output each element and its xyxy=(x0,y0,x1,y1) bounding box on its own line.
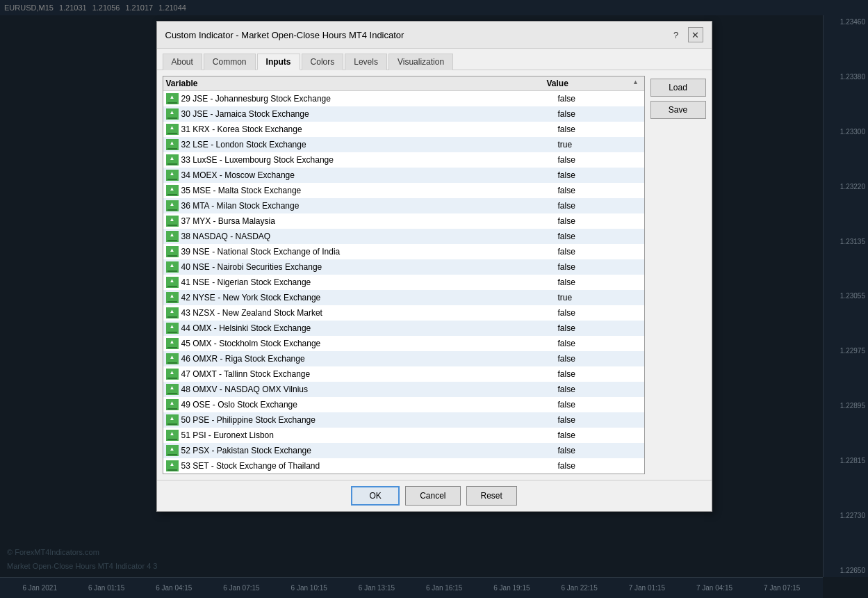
row-variable-name: 48 OMXV - NASDAQ OMX Vilnius xyxy=(181,385,558,394)
table-row[interactable]: 32 LSE - London Stock Exchangetrue xyxy=(163,137,644,152)
row-variable-name: 43 NZSX - New Zealand Stock Market xyxy=(181,308,558,318)
row-variable-name: 32 LSE - London Stock Exchange xyxy=(181,140,558,150)
table-row[interactable]: 52 PSX - Pakistan Stock Exchangefalse xyxy=(163,443,644,458)
row-variable-name: 51 PSI - Euronext Lisbon xyxy=(181,430,558,440)
table-row[interactable]: 44 OMX - Helsinki Stock Exchangefalse xyxy=(163,321,644,336)
row-icon xyxy=(166,246,179,257)
row-icon xyxy=(166,170,179,181)
row-value: false xyxy=(558,94,641,104)
row-variable-name: 34 MOEX - Moscow Exchange xyxy=(181,170,558,180)
ok-button[interactable]: OK xyxy=(351,486,400,506)
row-icon xyxy=(166,139,179,150)
row-variable-name: 31 KRX - Korea Stock Exchange xyxy=(181,124,558,134)
table-row[interactable]: 33 LuxSE - Luxembourg Stock Exchangefals… xyxy=(163,152,644,168)
row-variable-name: 40 NSE - Nairobi Securities Exchange xyxy=(181,262,558,272)
reset-button[interactable]: Reset xyxy=(466,486,517,506)
row-value: false xyxy=(558,354,641,364)
dialog-title: Custom Indicator - Market Open-Close Hou… xyxy=(165,30,404,40)
dialog: Custom Indicator - Market Open-Close Hou… xyxy=(156,21,712,512)
row-variable-name: 44 OMX - Helsinki Stock Exchange xyxy=(181,323,558,333)
tab-levels[interactable]: Levels xyxy=(345,54,387,70)
row-icon xyxy=(166,414,179,426)
row-icon xyxy=(166,323,179,334)
row-variable-name: 37 MYX - Bursa Malaysia xyxy=(181,216,558,226)
help-button[interactable]: ? xyxy=(669,27,684,42)
row-value: false xyxy=(558,461,641,471)
row-value: false xyxy=(558,109,641,119)
row-variable-name: 41 NSE - Nigerian Stock Exchange xyxy=(181,277,558,287)
row-value: false xyxy=(558,170,641,180)
table-row[interactable]: 34 MOEX - Moscow Exchangefalse xyxy=(163,168,644,183)
table-row[interactable]: 53 SET - Stock Exchange of Thailandfalse xyxy=(163,458,644,474)
tab-bar: About Common Inputs Colors Levels Visual… xyxy=(157,49,712,70)
row-icon xyxy=(166,277,179,288)
table-row[interactable]: 51 PSI - Euronext Lisbonfalse xyxy=(163,428,644,443)
row-variable-name: 33 LuxSE - Luxembourg Stock Exchange xyxy=(181,155,558,165)
row-variable-name: 46 OMXR - Riga Stock Exchange xyxy=(181,354,558,364)
cancel-button[interactable]: Cancel xyxy=(405,486,460,506)
modal-overlay: Custom Indicator - Market Open-Close Hou… xyxy=(0,0,868,598)
sort-arrow[interactable]: ▲ xyxy=(630,79,641,88)
row-value: false xyxy=(558,262,641,272)
tab-common[interactable]: Common xyxy=(204,54,256,70)
table-row[interactable]: 30 JSE - Jamaica Stock Exchangefalse xyxy=(163,106,644,122)
row-value: false xyxy=(558,323,641,333)
table-row[interactable]: 49 OSE - Oslo Stock Exchangefalse xyxy=(163,397,644,412)
tab-colors[interactable]: Colors xyxy=(302,54,344,70)
load-button[interactable]: Load xyxy=(650,79,706,97)
row-value: false xyxy=(558,124,641,134)
table-row[interactable]: 37 MYX - Bursa Malaysiafalse xyxy=(163,213,644,229)
save-button[interactable]: Save xyxy=(650,101,706,119)
row-variable-name: 49 OSE - Oslo Stock Exchange xyxy=(181,400,558,410)
inputs-table: Variable Value ▲ 29 JSE - Johannesburg S… xyxy=(163,76,645,474)
table-row[interactable]: 40 NSE - Nairobi Securities Exchangefals… xyxy=(163,259,644,275)
row-icon xyxy=(166,384,179,395)
row-variable-name: 42 NYSE - New York Stock Exchange xyxy=(181,293,558,302)
row-icon xyxy=(166,292,179,303)
row-icon xyxy=(166,307,179,318)
row-icon xyxy=(166,185,179,196)
row-value: false xyxy=(558,339,641,348)
table-row[interactable]: 29 JSE - Johannesburg Stock Exchangefals… xyxy=(163,91,644,106)
row-value: false xyxy=(558,247,641,257)
row-value: false xyxy=(558,201,641,211)
table-row[interactable]: 41 NSE - Nigerian Stock Exchangefalse xyxy=(163,275,644,290)
row-variable-name: 53 SET - Stock Exchange of Thailand xyxy=(181,461,558,471)
row-icon xyxy=(166,124,179,135)
row-value: false xyxy=(558,446,641,455)
row-value: true xyxy=(558,293,641,302)
row-value: false xyxy=(558,216,641,226)
table-row[interactable]: 39 NSE - National Stock Exchange of Indi… xyxy=(163,244,644,259)
tab-about[interactable]: About xyxy=(163,54,202,70)
table-row[interactable]: 35 MSE - Malta Stock Exchangefalse xyxy=(163,183,644,198)
row-icon xyxy=(166,154,179,165)
row-value: false xyxy=(558,369,641,379)
table-row[interactable]: 45 OMX - Stockholm Stock Exchangefalse xyxy=(163,336,644,351)
close-button[interactable]: ✕ xyxy=(688,27,703,42)
table-row[interactable]: 36 MTA - Milan Stock Exchangefalse xyxy=(163,198,644,213)
table-row[interactable]: 38 NASDAQ - NASDAQfalse xyxy=(163,229,644,244)
dialog-titlebar: Custom Indicator - Market Open-Close Hou… xyxy=(157,22,712,49)
col-value-header: Value xyxy=(547,79,630,88)
table-row[interactable]: 46 OMXR - Riga Stock Exchangefalse xyxy=(163,351,644,366)
row-value: true xyxy=(558,140,641,150)
row-icon xyxy=(166,261,179,273)
row-icon xyxy=(166,200,179,211)
table-row[interactable]: 31 KRX - Korea Stock Exchangefalse xyxy=(163,122,644,137)
table-row[interactable]: 48 OMXV - NASDAQ OMX Vilniusfalse xyxy=(163,382,644,397)
row-variable-name: 36 MTA - Milan Stock Exchange xyxy=(181,201,558,211)
row-icon xyxy=(166,445,179,456)
table-body[interactable]: 29 JSE - Johannesburg Stock Exchangefals… xyxy=(163,91,644,474)
row-variable-name: 35 MSE - Malta Stock Exchange xyxy=(181,186,558,195)
tab-visualization[interactable]: Visualization xyxy=(388,54,453,70)
row-value: false xyxy=(558,415,641,425)
tab-inputs[interactable]: Inputs xyxy=(257,54,300,70)
table-row[interactable]: 50 PSE - Philippine Stock Exchangefalse xyxy=(163,412,644,428)
table-row[interactable]: 47 OMXT - Tallinn Stock Exchangefalse xyxy=(163,366,644,382)
table-row[interactable]: 42 NYSE - New York Stock Exchangetrue xyxy=(163,290,644,305)
row-value: false xyxy=(558,155,641,165)
row-icon xyxy=(166,430,179,441)
row-value: false xyxy=(558,400,641,410)
row-icon xyxy=(166,93,179,104)
table-row[interactable]: 43 NZSX - New Zealand Stock Marketfalse xyxy=(163,305,644,321)
